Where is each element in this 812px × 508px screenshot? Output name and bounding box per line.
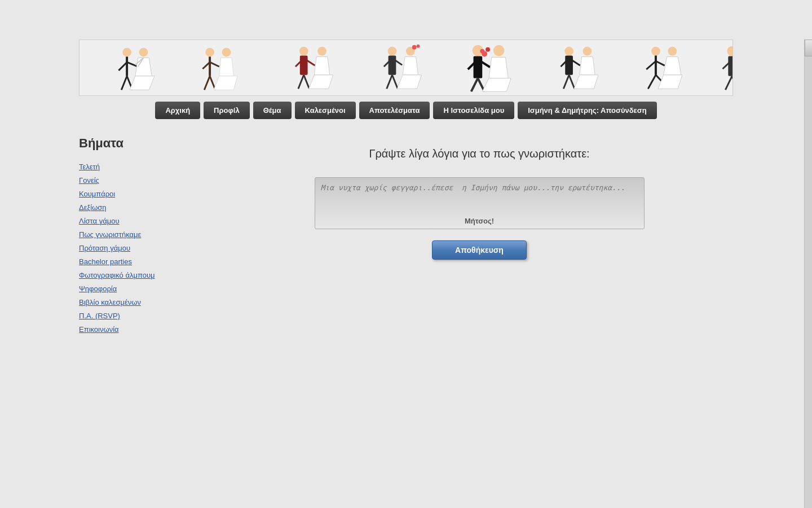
list-item: Επικοινωνία <box>79 325 203 334</box>
sidebar-link-proposal[interactable]: Πρόταση γάμου <box>79 244 130 252</box>
main-content: Βήματα Τελετή Γονείς Κουμπάροι Δεξίωση Λ… <box>79 136 733 334</box>
svg-point-30 <box>412 45 417 50</box>
sidebar: Βήματα Τελετή Γονείς Κουμπάροι Δεξίωση Λ… <box>79 136 203 334</box>
svg-line-52 <box>656 61 665 65</box>
svg-point-55 <box>668 47 677 56</box>
svg-point-9 <box>205 48 214 57</box>
sidebar-link-reception[interactable]: Δεξίωση <box>79 203 107 212</box>
list-item: Κουμπάροι <box>79 189 203 198</box>
list-item: Ψηφοφορία <box>79 284 203 293</box>
scrollbar-thumb[interactable] <box>805 40 812 56</box>
svg-point-15 <box>222 48 231 57</box>
list-item: Δεξίωση <box>79 203 203 212</box>
list-item: Πρόταση γάμου <box>79 243 203 252</box>
svg-point-42 <box>564 47 573 56</box>
scrollbar[interactable] <box>804 40 812 508</box>
svg-point-48 <box>583 47 592 56</box>
svg-line-53 <box>648 75 656 89</box>
sidebar-link-groomsmen[interactable]: Κουμπάροι <box>79 190 115 198</box>
sidebar-link-bachelor[interactable]: Bachelor parties <box>79 257 132 266</box>
svg-line-13 <box>204 76 210 90</box>
save-button[interactable]: Αποθήκευση <box>432 240 527 260</box>
story-textarea[interactable] <box>316 179 643 213</box>
svg-line-47 <box>569 75 575 89</box>
svg-point-40 <box>480 49 484 54</box>
svg-line-61 <box>732 76 732 90</box>
nav-profile-button[interactable]: Προφίλ <box>204 102 250 119</box>
svg-line-21 <box>304 75 310 89</box>
svg-line-28 <box>392 75 398 89</box>
list-item: Τελετή <box>79 162 203 171</box>
list-item: Πως γνωριστήκαμε <box>79 230 203 239</box>
nav-logout-button[interactable]: Ισμήνη & Δημήτρης: Αποσύνδεση <box>518 102 656 119</box>
nav-mypage-button[interactable]: Η Ιστοσελίδα μου <box>433 102 514 119</box>
nav-results-button[interactable]: Αποτελέσματα <box>359 102 430 119</box>
svg-line-27 <box>387 75 392 89</box>
navigation-bar: Αρχική Προφίλ Θέμα Καλεσμένοι Αποτελέσμα… <box>79 102 733 119</box>
list-item: Φωτογραφικό άλμπουμ <box>79 270 203 279</box>
svg-line-20 <box>298 75 304 89</box>
list-item: Λίστα γάμου <box>79 216 203 225</box>
list-item: Βιβλίο καλεσμένων <box>79 297 203 306</box>
nav-guests-button[interactable]: Καλεσμένοι <box>295 102 356 119</box>
sidebar-links: Τελετή Γονείς Κουμπάροι Δεξίωση Λίστα γά… <box>79 162 203 334</box>
svg-point-22 <box>317 47 326 56</box>
header-banner <box>79 40 733 96</box>
story-textarea-wrapper: Μήτσος! <box>315 177 645 229</box>
svg-rect-57 <box>728 56 732 76</box>
svg-line-12 <box>210 62 219 67</box>
sidebar-link-parents[interactable]: Γονείς <box>79 176 99 185</box>
sidebar-link-guestbook[interactable]: Βιβλίο καλεσμένων <box>79 298 141 306</box>
svg-point-56 <box>727 46 732 56</box>
svg-point-38 <box>493 45 505 56</box>
svg-line-60 <box>725 76 732 90</box>
sidebar-title: Βήματα <box>79 136 203 151</box>
sidebar-link-ceremony[interactable]: Τελετή <box>79 163 100 171</box>
svg-point-16 <box>299 47 308 56</box>
svg-point-41 <box>486 47 490 52</box>
svg-point-6 <box>139 48 148 57</box>
sidebar-link-rsvp[interactable]: Π.Α. (RSVP) <box>79 312 120 320</box>
svg-point-23 <box>388 47 397 56</box>
svg-line-4 <box>121 76 127 90</box>
list-item: Π.Α. (RSVP) <box>79 311 203 320</box>
svg-point-49 <box>651 47 660 56</box>
svg-line-46 <box>563 75 569 89</box>
sidebar-link-how-we-met[interactable]: Πως γνωριστήκαμε <box>79 230 141 239</box>
svg-line-36 <box>471 78 478 92</box>
svg-point-31 <box>417 45 420 48</box>
svg-point-0 <box>122 48 131 57</box>
svg-line-2 <box>118 62 127 71</box>
content-area: Γράψτε λίγα λόγια για το πως γνωριστήκατ… <box>226 136 733 334</box>
sidebar-link-voting[interactable]: Ψηφοφορία <box>79 284 117 293</box>
story-author: Μήτσος! <box>316 214 643 227</box>
sidebar-link-photo-album[interactable]: Φωτογραφικό άλμπουμ <box>79 271 155 279</box>
svg-rect-33 <box>474 56 483 78</box>
sidebar-link-registry[interactable]: Λίστα γάμου <box>79 217 120 225</box>
nav-theme-button[interactable]: Θέμα <box>253 102 292 119</box>
svg-line-51 <box>646 61 656 69</box>
sidebar-link-contact[interactable]: Επικοινωνία <box>79 325 119 334</box>
nav-home-button[interactable]: Αρχική <box>155 102 200 119</box>
list-item: Γονείς <box>79 176 203 185</box>
list-item: Bachelor parties <box>79 257 203 266</box>
content-title: Γράψτε λίγα λόγια για το πως γνωριστήκατ… <box>369 147 589 160</box>
